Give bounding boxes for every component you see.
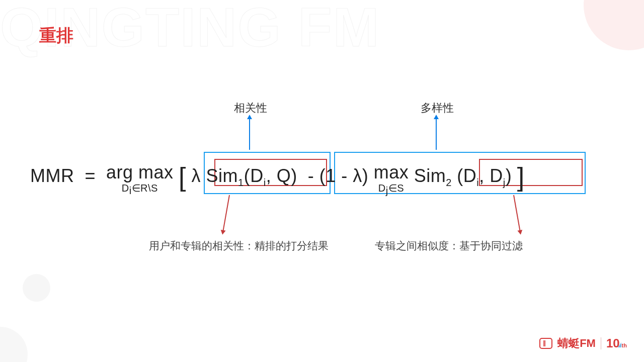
decor-circle-1: [0, 327, 28, 362]
formula-sim2-sub: 2: [446, 177, 452, 188]
mmr-formula: MMR = arg max Di∈R\S [ λ Sim1(Di, Q) - (…: [30, 162, 525, 197]
formula-max2: max Dj∈S: [374, 162, 409, 197]
formula-max2-sub: Dj∈S: [374, 182, 409, 197]
formula-lambda: λ: [192, 165, 201, 186]
formula-args2: (Di, Dj): [452, 165, 512, 186]
label-diversity: 多样性: [421, 101, 454, 116]
formula-lhs: MMR: [30, 165, 74, 186]
formula-sim1: Sim: [206, 165, 238, 186]
anniv-suffix: th: [622, 342, 627, 348]
formula-minus: - (1 - λ): [308, 165, 368, 186]
arrow-up-relevance: [249, 119, 250, 150]
formula-argmax: arg max Di∈R\S: [106, 162, 174, 197]
arrow-up-diversity: [436, 119, 437, 150]
slide-title: 重排: [39, 24, 73, 47]
brand-name: 蜻蜓FM: [557, 336, 596, 351]
formula-left-bracket: [: [179, 162, 186, 192]
formula-argmax-sub: Di∈R\S: [106, 182, 174, 197]
decor-circle-2: [23, 274, 50, 302]
label-user-album-relevance: 用户和专辑的相关性：精排的打分结果: [149, 239, 329, 253]
formula-right-bracket: ]: [517, 162, 525, 192]
formula-args1: (Di, Q): [244, 165, 297, 186]
label-relevance: 相关性: [234, 101, 267, 116]
decor-circle-top-right: [584, 0, 644, 50]
formula-stage: 相关性 多样性 MMR = arg max Di∈R\S [ λ Sim1(Di…: [0, 101, 644, 272]
arrow-down-sim2: [513, 195, 520, 231]
qingting-logo-icon: [539, 338, 552, 349]
footer-brand: 蜻蜓FM 10th: [539, 336, 627, 351]
formula-sim2: Sim: [414, 165, 446, 186]
anniv-triangle-icon: [618, 342, 621, 347]
formula-eq: =: [85, 165, 96, 186]
formula-sim1-sub: 1: [238, 177, 244, 188]
anniversary-badge: 10th: [606, 336, 627, 350]
footer-separator: [601, 337, 601, 349]
label-album-similarity: 专辑之间相似度：基于协同过滤: [375, 239, 523, 253]
arrow-down-sim1: [223, 195, 230, 231]
